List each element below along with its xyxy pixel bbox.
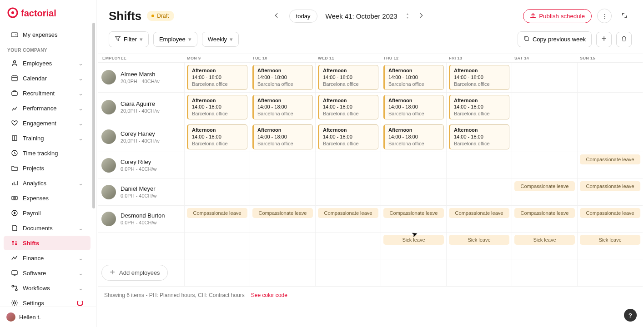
color-code-link[interactable]: See color code xyxy=(251,292,287,298)
add-button[interactable] xyxy=(596,32,612,47)
day-cell[interactable]: Compassionate leave xyxy=(446,206,512,232)
employee-cell[interactable]: Aimee Marsh20,0PH - 40CH/w xyxy=(98,63,184,92)
shift-card[interactable]: Afternoon14:00 - 18:00Barcelona office xyxy=(449,95,509,120)
day-cell[interactable]: Afternoon14:00 - 18:00Barcelona office xyxy=(446,122,512,152)
day-cell[interactable] xyxy=(577,63,643,92)
employee-cell[interactable]: Corey Riley0,0PH - 40CH/w xyxy=(98,152,184,178)
day-cell[interactable]: Afternoon14:00 - 18:00Barcelona office xyxy=(315,63,381,92)
day-cell[interactable] xyxy=(315,179,381,205)
day-cell[interactable]: Afternoon14:00 - 18:00Barcelona office xyxy=(184,63,250,92)
day-cell[interactable]: Afternoon14:00 - 18:00Barcelona office xyxy=(250,122,315,152)
sidebar-item-expenses[interactable]: Expenses xyxy=(4,191,91,205)
sidebar-item-settings[interactable]: Settings xyxy=(4,296,91,307)
shift-card[interactable]: Afternoon14:00 - 18:00Barcelona office xyxy=(252,65,313,90)
day-cell[interactable]: Compassionate leave xyxy=(577,179,643,205)
employee-cell[interactable]: Corey Haney20,0PH - 40CH/w xyxy=(98,122,184,152)
leave-card-comp[interactable]: Compassionate leave xyxy=(252,208,313,218)
shift-card[interactable]: Afternoon14:00 - 18:00Barcelona office xyxy=(318,124,378,149)
shift-card[interactable]: Afternoon14:00 - 18:00Barcelona office xyxy=(187,124,247,149)
shift-card[interactable]: Afternoon14:00 - 18:00Barcelona office xyxy=(449,124,509,149)
leave-card-comp[interactable]: Compassionate leave xyxy=(187,208,247,218)
day-cell[interactable] xyxy=(446,152,512,178)
copy-previous-button[interactable]: Copy previous week xyxy=(518,31,592,47)
day-cell[interactable] xyxy=(184,179,250,205)
day-cell[interactable]: Afternoon14:00 - 18:00Barcelona office xyxy=(381,122,446,152)
sidebar-item-finance[interactable]: Finance⌄ xyxy=(4,251,91,265)
day-cell[interactable] xyxy=(577,122,643,152)
shift-card[interactable]: Afternoon14:00 - 18:00Barcelona office xyxy=(187,95,247,120)
day-cell[interactable] xyxy=(381,179,446,205)
day-cell[interactable] xyxy=(250,179,315,205)
group-dropdown[interactable]: Employee ▾ xyxy=(153,32,197,47)
sidebar-item-employees[interactable]: Employees⌄ xyxy=(4,56,91,70)
employee-cell[interactable]: Ciara Aguirre20,0PH - 40CH/w xyxy=(98,93,184,122)
day-cell[interactable] xyxy=(184,233,250,259)
day-cell[interactable]: Compassionate leave xyxy=(512,206,577,232)
prev-period-button[interactable] xyxy=(269,9,284,23)
day-cell[interactable] xyxy=(512,122,577,152)
sidebar-item-workflows[interactable]: Workflows⌄ xyxy=(4,281,91,295)
sidebar-item-calendar[interactable]: Calendar⌄ xyxy=(4,71,91,85)
leave-card-comp[interactable]: Compassionate leave xyxy=(580,154,640,164)
help-button[interactable]: ? xyxy=(624,309,637,322)
day-cell[interactable]: Sick leave xyxy=(446,233,512,259)
leave-card-comp[interactable]: Compassionate leave xyxy=(449,208,509,218)
sidebar-item-engagement[interactable]: Engagement⌄ xyxy=(4,116,91,130)
day-cell[interactable]: Compassionate leave xyxy=(250,206,315,232)
day-cell[interactable] xyxy=(315,152,381,178)
sidebar-item-documents[interactable]: Documents⌄ xyxy=(4,221,91,235)
day-cell[interactable]: Afternoon14:00 - 18:00Barcelona office xyxy=(315,93,381,122)
shift-card[interactable]: Afternoon14:00 - 18:00Barcelona office xyxy=(187,65,247,90)
shift-card[interactable]: Afternoon14:00 - 18:00Barcelona office xyxy=(449,65,509,90)
day-cell[interactable] xyxy=(250,233,315,259)
leave-card-comp[interactable]: Compassionate leave xyxy=(514,208,575,218)
day-cell[interactable]: Afternoon14:00 - 18:00Barcelona office xyxy=(184,93,250,122)
delete-button[interactable] xyxy=(616,32,632,47)
add-employees-button[interactable]: Add employees xyxy=(101,265,168,281)
leave-card-comp[interactable]: Compassionate leave xyxy=(580,181,640,191)
day-cell[interactable]: Afternoon14:00 - 18:00Barcelona office xyxy=(184,122,250,152)
day-cell[interactable] xyxy=(577,93,643,122)
day-cell[interactable]: Compassionate leave xyxy=(184,206,250,232)
day-cell[interactable]: Afternoon14:00 - 18:00Barcelona office xyxy=(315,122,381,152)
scrollbar-thumb[interactable] xyxy=(92,23,95,208)
day-cell[interactable]: Compassionate leave xyxy=(381,206,446,232)
day-cell[interactable]: Afternoon14:00 - 18:00Barcelona office xyxy=(250,63,315,92)
today-button[interactable]: today xyxy=(289,10,317,23)
more-menu-button[interactable]: ⋮ xyxy=(597,9,612,23)
fullscreen-button[interactable] xyxy=(617,9,632,23)
brand-logo[interactable]: factorial xyxy=(0,0,96,27)
day-cell[interactable] xyxy=(381,152,446,178)
day-cell[interactable] xyxy=(512,152,577,178)
leave-card-sick[interactable]: Sick leave xyxy=(514,235,575,245)
sidebar-item-my-expenses[interactable]: My expenses xyxy=(4,27,91,42)
day-cell[interactable]: Afternoon14:00 - 18:00Barcelona office xyxy=(446,93,512,122)
employee-cell[interactable]: Desmond Burton0,0PH - 40CH/w xyxy=(98,206,184,232)
day-cell[interactable]: Sick leave xyxy=(577,233,643,259)
sidebar-item-recruitment[interactable]: Recruitment⌄ xyxy=(4,86,91,100)
day-cell[interactable] xyxy=(184,152,250,178)
period-stepper[interactable]: ▴ ▾ xyxy=(407,12,408,20)
sidebar-scrollbar[interactable] xyxy=(87,23,96,304)
sidebar-item-time-tracking[interactable]: Time tracking xyxy=(4,146,91,160)
day-cell[interactable]: Sick leave xyxy=(512,233,577,259)
day-cell[interactable]: Afternoon14:00 - 18:00Barcelona office xyxy=(446,63,512,92)
leave-card-comp[interactable]: Compassionate leave xyxy=(383,208,444,218)
shift-card[interactable]: Afternoon14:00 - 18:00Barcelona office xyxy=(318,95,378,120)
day-cell[interactable]: Compassionate leave xyxy=(577,152,643,178)
next-period-button[interactable] xyxy=(414,9,428,23)
sidebar-item-projects[interactable]: Projects xyxy=(4,161,91,175)
day-cell[interactable]: Afternoon14:00 - 18:00Barcelona office xyxy=(250,93,315,122)
chevron-down-icon[interactable]: ▾ xyxy=(407,16,408,20)
day-cell[interactable] xyxy=(512,93,577,122)
shift-card[interactable]: Afternoon14:00 - 18:00Barcelona office xyxy=(383,65,444,90)
sidebar-item-software[interactable]: Software⌄ xyxy=(4,266,91,280)
range-dropdown[interactable]: Weekly ▾ xyxy=(202,32,239,47)
leave-card-comp[interactable]: Compassionate leave xyxy=(514,181,575,191)
filter-dropdown[interactable]: Filter ▾ xyxy=(109,31,149,47)
day-cell[interactable]: Compassionate leave xyxy=(512,179,577,205)
leave-card-sick[interactable]: Sick leave xyxy=(580,235,640,245)
sidebar-item-performance[interactable]: Performance⌄ xyxy=(4,101,91,115)
day-cell[interactable]: Compassionate leave xyxy=(577,206,643,232)
sidebar-user[interactable]: Hellen t. xyxy=(0,307,96,327)
